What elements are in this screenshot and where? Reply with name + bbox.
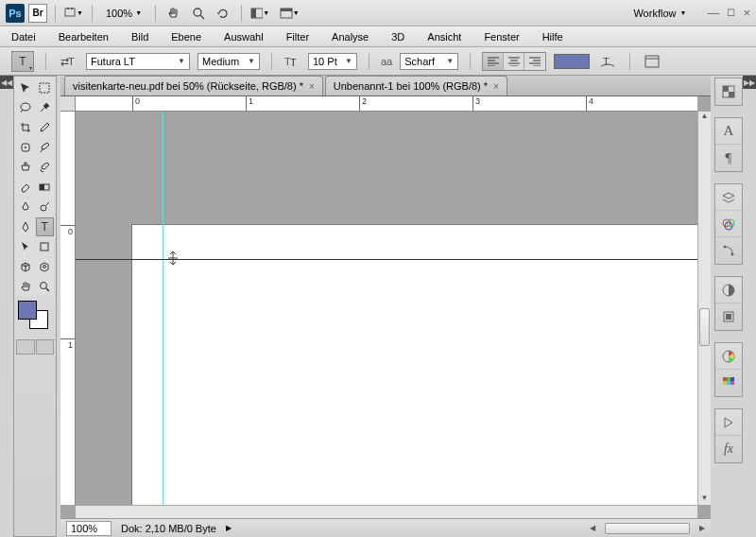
close-button[interactable]: × bbox=[743, 6, 750, 20]
hand-tool-shortcut[interactable] bbox=[163, 4, 184, 23]
zoom-tool[interactable] bbox=[36, 277, 55, 296]
quick-mask-toggle[interactable] bbox=[16, 339, 35, 355]
photoshop-icon[interactable]: Ps bbox=[6, 4, 25, 23]
blur-tool[interactable] bbox=[16, 198, 35, 217]
document-tab-2[interactable]: Unbenannt-1 bei 100% (RGB/8) *× bbox=[325, 76, 507, 95]
horizontal-scrollbar[interactable] bbox=[76, 505, 697, 518]
styles-panel-icon[interactable] bbox=[715, 303, 742, 330]
document-canvas[interactable] bbox=[132, 225, 697, 505]
path-selection-tool[interactable] bbox=[16, 237, 35, 256]
menu-help[interactable]: Hilfe bbox=[539, 29, 567, 44]
svg-point-36 bbox=[43, 266, 46, 268]
crop-tool[interactable] bbox=[16, 118, 35, 137]
document-tab-1[interactable]: visitenkarte-neu.pdf bei 50% (Rückseite,… bbox=[64, 76, 323, 95]
text-orientation-toggle[interactable]: ⇄T bbox=[58, 52, 78, 71]
toolbox-collapse-toggle[interactable]: ◀◀ bbox=[0, 76, 13, 89]
clone-stamp-tool[interactable] bbox=[16, 158, 35, 177]
menu-layer[interactable]: Ebene bbox=[167, 29, 205, 44]
current-tool-preset[interactable]: T▾ bbox=[11, 51, 34, 72]
doc-info-flyout-icon[interactable]: ▶ bbox=[226, 524, 232, 532]
history-brush-tool[interactable] bbox=[36, 158, 55, 177]
foreground-color-swatch[interactable] bbox=[18, 301, 37, 320]
font-family-dropdown[interactable]: Futura LT▼ bbox=[86, 53, 190, 70]
menu-view[interactable]: Ansicht bbox=[423, 29, 465, 44]
layers-panel-icon[interactable] bbox=[715, 184, 742, 211]
color-swatches[interactable] bbox=[16, 301, 54, 333]
gradient-tool[interactable] bbox=[36, 178, 55, 197]
type-tool[interactable]: T bbox=[36, 217, 55, 236]
ruler-origin[interactable] bbox=[60, 96, 76, 112]
hand-tool[interactable] bbox=[16, 277, 35, 296]
character-panel-toggle[interactable] bbox=[642, 52, 662, 71]
align-left-button[interactable] bbox=[483, 53, 504, 70]
menu-edit[interactable]: Bearbeiten bbox=[55, 29, 112, 44]
app-topbar: Ps Br ▼ 100% ▼ ▼ ▼ Workflow▼ — ◻ × bbox=[0, 0, 756, 26]
channels-panel-icon[interactable] bbox=[715, 211, 742, 237]
swatches-grid-panel-icon[interactable] bbox=[715, 370, 742, 396]
zoom-level-dropdown[interactable]: 100% ▼ bbox=[100, 6, 147, 21]
color-panel-icon[interactable] bbox=[715, 343, 742, 370]
fx-panel-icon[interactable]: fx bbox=[715, 436, 742, 462]
maximize-button[interactable]: ◻ bbox=[727, 6, 735, 20]
menu-select[interactable]: Auswahl bbox=[220, 29, 267, 44]
vertical-ruler[interactable]: 0 1 bbox=[60, 112, 76, 505]
menu-window[interactable]: Fenster bbox=[480, 29, 523, 44]
menu-3d[interactable]: 3D bbox=[387, 29, 408, 44]
align-center-button[interactable] bbox=[504, 53, 524, 70]
3d-tool[interactable] bbox=[16, 257, 35, 276]
3d-camera-tool[interactable] bbox=[36, 257, 55, 276]
eyedropper-tool[interactable] bbox=[36, 118, 55, 137]
zoom-tool-shortcut[interactable] bbox=[188, 4, 209, 23]
paragraph-panel-icon[interactable]: ¶ bbox=[715, 145, 742, 171]
pen-tool[interactable] bbox=[16, 217, 35, 236]
svg-rect-7 bbox=[281, 9, 292, 18]
rotate-view-shortcut[interactable] bbox=[213, 4, 233, 23]
menu-filter[interactable]: Filter bbox=[283, 29, 313, 44]
swatches-panel-icon[interactable] bbox=[715, 78, 742, 105]
close-tab-icon[interactable]: × bbox=[309, 81, 315, 92]
horizontal-ruler[interactable]: 0 1 2 3 4 5 bbox=[76, 96, 697, 112]
right-panel-dock: A ¶ fx bbox=[714, 76, 743, 537]
horizontal-scroll-thumb[interactable] bbox=[605, 523, 690, 534]
marquee-tool[interactable] bbox=[36, 78, 55, 97]
screen-mode-dropdown[interactable]: ▼ bbox=[274, 4, 304, 23]
svg-point-31 bbox=[25, 147, 26, 148]
extras-dropdown[interactable]: ▼ bbox=[63, 4, 84, 23]
antialias-dropdown[interactable]: Scharf▼ bbox=[400, 53, 458, 70]
minimize-button[interactable]: — bbox=[707, 6, 719, 20]
text-color-swatch[interactable] bbox=[554, 54, 590, 69]
healing-brush-tool[interactable] bbox=[16, 138, 35, 157]
zoom-input[interactable]: 100% bbox=[66, 521, 112, 536]
screen-mode-toggle[interactable] bbox=[36, 339, 55, 355]
svg-text:⇄: ⇄ bbox=[60, 56, 69, 67]
canvas[interactable] bbox=[76, 112, 697, 505]
character-panel-icon[interactable]: A bbox=[715, 118, 742, 145]
shape-tool[interactable] bbox=[36, 237, 55, 256]
warp-text-button[interactable]: T bbox=[597, 52, 618, 71]
brush-tool[interactable] bbox=[36, 138, 55, 157]
paths-panel-icon[interactable] bbox=[715, 237, 742, 264]
canvas-viewport: 0 1 2 3 4 5 0 1 ▲ ▼ bbox=[60, 96, 711, 518]
dodge-tool[interactable] bbox=[36, 198, 55, 217]
eraser-tool[interactable] bbox=[16, 178, 35, 197]
font-size-dropdown[interactable]: 10 Pt▼ bbox=[308, 53, 357, 70]
workspace-switcher[interactable]: Workflow▼ bbox=[626, 5, 694, 22]
right-dock-collapse-toggle[interactable]: ▶▶ bbox=[743, 76, 756, 89]
menu-file[interactable]: Datei bbox=[8, 29, 40, 44]
menu-image[interactable]: Bild bbox=[128, 29, 152, 44]
actions-panel-icon[interactable] bbox=[715, 409, 742, 436]
lasso-tool[interactable] bbox=[16, 98, 35, 117]
move-tool[interactable] bbox=[16, 78, 35, 97]
adjustments-panel-icon[interactable] bbox=[715, 277, 742, 303]
menu-analysis[interactable]: Analyse bbox=[328, 29, 372, 44]
svg-line-38 bbox=[46, 288, 49, 291]
vertical-scrollbar[interactable]: ▲ ▼ bbox=[697, 112, 711, 505]
close-tab-icon[interactable]: × bbox=[493, 81, 499, 92]
magic-wand-tool[interactable] bbox=[36, 98, 55, 117]
align-right-button[interactable] bbox=[524, 53, 545, 70]
arrange-documents-dropdown[interactable]: ▼ bbox=[249, 4, 270, 23]
vertical-guide[interactable] bbox=[163, 112, 163, 505]
font-weight-dropdown[interactable]: Medium▼ bbox=[198, 53, 260, 70]
bridge-icon[interactable]: Br bbox=[28, 4, 47, 23]
doc-info-text[interactable]: Dok: 2,10 MB/0 Byte bbox=[121, 523, 216, 534]
